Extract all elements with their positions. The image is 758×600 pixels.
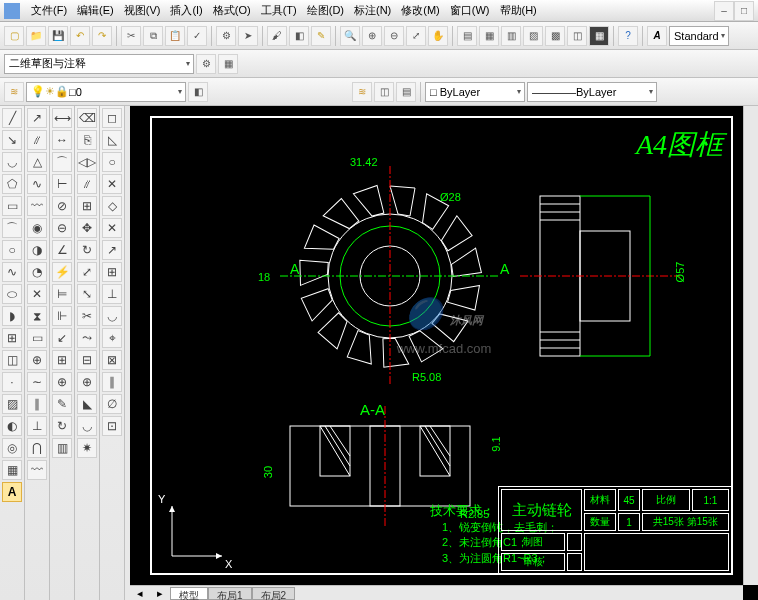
- menu-modify[interactable]: 修改(M): [396, 1, 445, 20]
- snap-perp-tool[interactable]: ⊥: [102, 284, 122, 304]
- ray-tool[interactable]: ↗: [27, 108, 47, 128]
- block-tool[interactable]: ◫: [2, 350, 22, 370]
- zoom-icon[interactable]: 🔍: [340, 26, 360, 46]
- snap-ins-tool[interactable]: ⊞: [102, 262, 122, 282]
- cross-tool[interactable]: ⊕: [27, 350, 47, 370]
- snap-none-tool[interactable]: ∅: [102, 394, 122, 414]
- brush-icon[interactable]: 🖌: [267, 26, 287, 46]
- layerstate3-icon[interactable]: ▤: [396, 82, 416, 102]
- snap-app-tool[interactable]: ⊠: [102, 350, 122, 370]
- leader-tool[interactable]: ↙: [52, 328, 72, 348]
- snap-ext-tool[interactable]: ↗: [102, 240, 122, 260]
- cut-icon[interactable]: ✂: [121, 26, 141, 46]
- style-select[interactable]: Standard: [669, 26, 729, 46]
- eraser-icon[interactable]: ◧: [289, 26, 309, 46]
- sheet-icon[interactable]: ▨: [523, 26, 543, 46]
- menu-edit[interactable]: 编辑(E): [72, 1, 119, 20]
- angle-tool[interactable]: △: [27, 152, 47, 172]
- block-icon[interactable]: ▦: [479, 26, 499, 46]
- move-tool[interactable]: ✥: [77, 218, 97, 238]
- paste-icon[interactable]: 📋: [165, 26, 185, 46]
- snap-tan-tool[interactable]: ◡: [102, 306, 122, 326]
- layer-select[interactable]: 💡☀🔒 □0: [26, 82, 186, 102]
- tab-model[interactable]: 模型: [170, 587, 208, 600]
- snap-par-tool[interactable]: ∥: [102, 372, 122, 392]
- zoom-out-icon[interactable]: ⊖: [384, 26, 404, 46]
- copy-icon[interactable]: ⧉: [143, 26, 163, 46]
- gradient-tool[interactable]: ◐: [2, 416, 22, 436]
- hatch-tool[interactable]: ▨: [2, 394, 22, 414]
- dimedit-tool[interactable]: ✎: [52, 394, 72, 414]
- tab-layout2[interactable]: 布局2: [252, 587, 296, 600]
- menu-help[interactable]: 帮助(H): [495, 1, 542, 20]
- snap-quad-tool[interactable]: ◇: [102, 196, 122, 216]
- snap-near-tool[interactable]: ⌖: [102, 328, 122, 348]
- viewstyle-grid-icon[interactable]: ▦: [218, 54, 238, 74]
- dimupdate-tool[interactable]: ↻: [52, 416, 72, 436]
- point-tool[interactable]: ·: [2, 372, 22, 392]
- gear-icon[interactable]: ⚙: [216, 26, 236, 46]
- menu-format[interactable]: 格式(O): [208, 1, 256, 20]
- linear-dim-tool[interactable]: ⟷: [52, 108, 72, 128]
- offset-tool[interactable]: ⫽: [77, 174, 97, 194]
- open-icon[interactable]: 📁: [26, 26, 46, 46]
- table-tool[interactable]: ▦: [2, 460, 22, 480]
- arrow-icon[interactable]: ➤: [238, 26, 258, 46]
- pencil-icon[interactable]: ✎: [311, 26, 331, 46]
- help-icon[interactable]: ?: [618, 26, 638, 46]
- save-icon[interactable]: 💾: [48, 26, 68, 46]
- arc-tool[interactable]: ⌒: [2, 218, 22, 238]
- calc-icon[interactable]: ▦: [589, 26, 609, 46]
- text-a-icon[interactable]: A: [647, 26, 667, 46]
- menu-insert[interactable]: 插入(I): [165, 1, 207, 20]
- explode-tool[interactable]: ✷: [77, 438, 97, 458]
- insert-tool[interactable]: ⊞: [2, 328, 22, 348]
- minimize-icon[interactable]: –: [714, 1, 734, 21]
- layers-icon[interactable]: ≋: [4, 82, 24, 102]
- xpoint-tool[interactable]: ✕: [27, 284, 47, 304]
- array-tool[interactable]: ⊞: [77, 196, 97, 216]
- mirror2-tool[interactable]: ◁▷: [77, 152, 97, 172]
- layerstate-icon[interactable]: ≋: [352, 82, 372, 102]
- baseline-tool[interactable]: ⊨: [52, 284, 72, 304]
- osnap-tool[interactable]: ⊡: [102, 416, 122, 436]
- copy2-tool[interactable]: ⎘: [77, 130, 97, 150]
- viewstyle-select[interactable]: 二维草图与注释: [4, 54, 194, 74]
- radius-dim-tool[interactable]: ⊘: [52, 196, 72, 216]
- parallel-tool[interactable]: ∥: [27, 394, 47, 414]
- layerstate2-icon[interactable]: ◫: [374, 82, 394, 102]
- linetype-select[interactable]: ———— ByLayer: [527, 82, 657, 102]
- horizontal-scrollbar[interactable]: ◂ ▸ 模型 布局1 布局2: [130, 585, 743, 600]
- zoom-extent-icon[interactable]: ⤢: [406, 26, 426, 46]
- dia-dim-tool[interactable]: ⊖: [52, 218, 72, 238]
- polygon-tool[interactable]: ⬠: [2, 174, 22, 194]
- break-tool[interactable]: ⊟: [77, 350, 97, 370]
- ellipsearc-tool[interactable]: ◗: [2, 306, 22, 326]
- snap-int-tool[interactable]: ✕: [102, 218, 122, 238]
- menu-tools[interactable]: 工具(T): [256, 1, 302, 20]
- new-icon[interactable]: ▢: [4, 26, 24, 46]
- viewstyle-gear-icon[interactable]: ⚙: [196, 54, 216, 74]
- vertical-scrollbar[interactable]: [743, 106, 758, 585]
- misc-icon[interactable]: ◫: [567, 26, 587, 46]
- freehand-tool[interactable]: 〰: [27, 196, 47, 216]
- redo-icon[interactable]: ↷: [92, 26, 112, 46]
- stretch-tool[interactable]: ⤡: [77, 284, 97, 304]
- ellipse-tool[interactable]: ⬭: [2, 284, 22, 304]
- extend-tool[interactable]: ⤳: [77, 328, 97, 348]
- region-tool[interactable]: ◎: [2, 438, 22, 458]
- snap-node-tool[interactable]: ✕: [102, 174, 122, 194]
- props-icon[interactable]: ▤: [457, 26, 477, 46]
- undo-icon[interactable]: ↶: [70, 26, 90, 46]
- seg-tool[interactable]: ▭: [27, 328, 47, 348]
- quartercircle-tool[interactable]: ◔: [27, 262, 47, 282]
- xline-tool[interactable]: ↘: [2, 130, 22, 150]
- trim-tool[interactable]: ✂: [77, 306, 97, 326]
- line-tool[interactable]: ╱: [2, 108, 22, 128]
- fillet-tool[interactable]: ◡: [77, 416, 97, 436]
- text-tool[interactable]: A: [2, 482, 22, 502]
- perp-tool[interactable]: ⊥: [27, 416, 47, 436]
- erase-tool[interactable]: ⌫: [77, 108, 97, 128]
- ord-dim-tool[interactable]: ⊢: [52, 174, 72, 194]
- donut-tool[interactable]: ◉: [27, 218, 47, 238]
